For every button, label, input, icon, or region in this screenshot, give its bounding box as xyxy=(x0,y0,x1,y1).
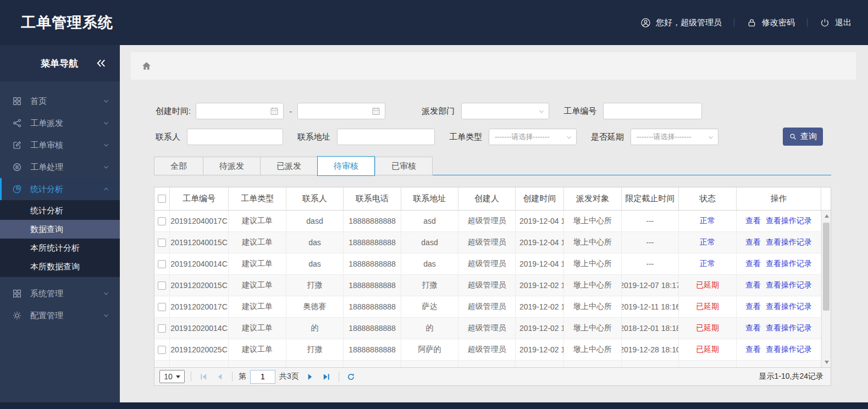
create-time-start-field[interactable] xyxy=(196,103,284,119)
power-icon xyxy=(820,18,830,28)
create-time-end-field[interactable] xyxy=(297,103,385,119)
next-page-button[interactable] xyxy=(304,371,316,383)
phone-cell: 18888888888 xyxy=(344,296,401,317)
view-log-link[interactable]: 查看操作记录 xyxy=(766,280,812,290)
create-time-end-input[interactable] xyxy=(301,104,370,118)
tab-reviewed[interactable]: 已审核 xyxy=(375,157,433,175)
view-log-link[interactable]: 查看操作记录 xyxy=(766,216,812,226)
sidebar-item-statistics[interactable]: 统计分析 xyxy=(0,178,120,200)
view-link[interactable]: 查看 xyxy=(745,216,761,226)
phone-cell: 18888888888 xyxy=(344,253,401,274)
order-no-field[interactable] xyxy=(603,103,702,119)
view-log-link[interactable]: 查看操作记录 xyxy=(766,302,812,312)
chevron-down-icon xyxy=(538,108,545,115)
sidebar-item-config[interactable]: 配置管理 xyxy=(0,305,120,327)
row-checkbox[interactable] xyxy=(158,303,166,311)
row-checkbox[interactable] xyxy=(158,239,166,247)
table-scrollbar[interactable] xyxy=(821,211,831,367)
order-type-cell: 建议工单 xyxy=(229,339,286,360)
change-password-button[interactable]: 修改密码 xyxy=(747,18,795,28)
row-checkbox[interactable] xyxy=(158,324,166,333)
greeting-text: 您好，超级管理员 xyxy=(656,18,722,28)
phone-cell: 18888888888 xyxy=(344,211,401,231)
tab-pending-review[interactable]: 待审核 xyxy=(317,156,375,176)
delay-select[interactable]: -------请选择------- xyxy=(631,129,718,145)
view-link[interactable]: 查看 xyxy=(745,345,761,355)
collapse-sidebar-icon[interactable] xyxy=(96,58,107,69)
target-cell: 墩上中心所 xyxy=(564,296,622,317)
column-header: 派发对象 xyxy=(564,187,622,210)
top-header: 工单管理系统 您好，超级管理员 修改密码 退出 xyxy=(0,0,868,45)
chevron-down-icon xyxy=(102,97,110,105)
prev-page-button[interactable] xyxy=(214,371,226,383)
statistics-submenu: 统计分析 数据查询 本所统计分析 本所数据查询 xyxy=(0,200,120,277)
phone-cell: 18888888888 xyxy=(344,232,401,253)
view-log-link[interactable]: 查看操作记录 xyxy=(766,237,812,247)
contact-input[interactable] xyxy=(191,130,279,144)
submenu-item-local-data-query[interactable]: 本所数据查询 xyxy=(0,257,120,276)
user-greeting[interactable]: 您好，超级管理员 xyxy=(640,18,722,28)
row-checkbox[interactable] xyxy=(158,217,166,225)
view-link[interactable]: 查看 xyxy=(745,259,761,269)
row-checkbox[interactable] xyxy=(158,281,166,290)
select-all-checkbox[interactable] xyxy=(158,195,166,203)
scrollbar-thumb[interactable] xyxy=(823,223,830,311)
delay-value: -------请选择------- xyxy=(637,132,692,142)
address-input[interactable] xyxy=(341,130,430,144)
scroll-up-arrow[interactable] xyxy=(822,211,831,220)
view-link[interactable]: 查看 xyxy=(745,280,761,290)
refresh-button[interactable] xyxy=(345,371,357,383)
view-log-link[interactable]: 查看操作记录 xyxy=(766,259,812,269)
deadline-cell: 2019-12-28 18:10 xyxy=(622,339,679,360)
dispatch-dept-select[interactable] xyxy=(461,103,549,119)
submenu-item-statistics[interactable]: 统计分析 xyxy=(0,201,120,220)
sidebar-item-home[interactable]: 首页 xyxy=(0,90,120,112)
contact-field[interactable] xyxy=(187,129,283,145)
tab-dispatched[interactable]: 已派发 xyxy=(260,157,317,175)
submenu-item-local-statistics[interactable]: 本所统计分析 xyxy=(0,239,120,257)
logout-button[interactable]: 退出 xyxy=(820,18,852,28)
grid-icon xyxy=(12,96,22,106)
view-link[interactable]: 查看 xyxy=(745,237,761,247)
search-button[interactable]: 查询 xyxy=(783,128,823,146)
tab-pending-dispatch[interactable]: 待派发 xyxy=(203,157,260,175)
order-type-cell: 建议工单 xyxy=(229,232,286,253)
modules-icon xyxy=(12,289,22,299)
row-checkbox[interactable] xyxy=(158,346,166,354)
order-no-cell: 201912040014C xyxy=(170,253,229,274)
page-number-input[interactable] xyxy=(250,370,275,384)
order-type-cell: 建议工单 xyxy=(229,296,286,317)
order-type-select[interactable]: -------请选择------- xyxy=(489,129,577,145)
sidebar-item-label: 配置管理 xyxy=(30,311,63,321)
tab-all[interactable]: 全部 xyxy=(154,157,203,175)
view-link[interactable]: 查看 xyxy=(745,302,761,312)
pie-chart-icon xyxy=(12,184,22,194)
header-separator xyxy=(734,18,734,27)
home-icon[interactable] xyxy=(141,60,152,72)
row-checkbox[interactable] xyxy=(158,260,166,268)
view-log-link[interactable]: 查看操作记录 xyxy=(766,323,812,333)
deadline-cell: --- xyxy=(622,232,679,253)
search-button-label: 查询 xyxy=(800,131,817,142)
create-time-start-input[interactable] xyxy=(200,104,268,118)
contact-cell: dasd xyxy=(286,211,344,231)
address-field[interactable] xyxy=(337,129,435,145)
contact-cell: das xyxy=(286,253,344,274)
order-no-input[interactable] xyxy=(607,104,698,118)
submenu-item-data-query[interactable]: 数据查询 xyxy=(0,220,120,239)
deadline-cell: 2019-12-07 18:17 xyxy=(622,275,679,296)
last-page-button[interactable] xyxy=(320,371,333,383)
page-size-select[interactable]: 10 xyxy=(159,370,185,383)
sidebar-item-process[interactable]: 工单处理 xyxy=(0,156,120,178)
sidebar-item-system[interactable]: 系统管理 xyxy=(0,283,120,305)
sidebar-item-review[interactable]: 工单审核 xyxy=(0,134,120,156)
view-link[interactable]: 查看 xyxy=(745,323,761,333)
target-cell: 墩上中心所 xyxy=(564,318,622,339)
first-page-button[interactable] xyxy=(197,371,209,383)
sidebar-item-dispatch[interactable]: 工单派发 xyxy=(0,112,120,134)
creator-cell: 超级管理员 xyxy=(458,296,516,317)
scroll-down-arrow[interactable] xyxy=(822,357,831,367)
creator-cell: 超级管理员 xyxy=(458,232,516,253)
column-header: 工单类型 xyxy=(229,187,286,210)
view-log-link[interactable]: 查看操作记录 xyxy=(766,345,812,355)
